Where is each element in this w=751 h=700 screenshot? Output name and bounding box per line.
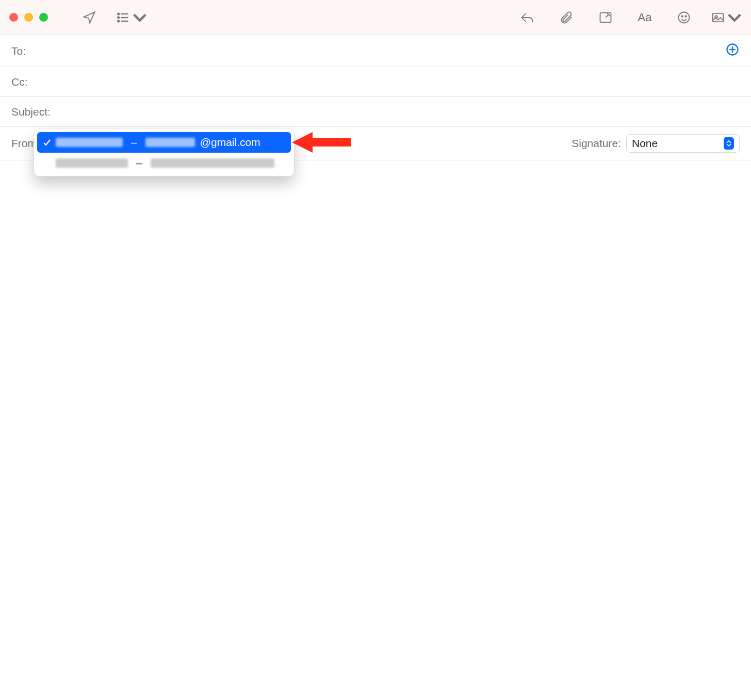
- close-window-button[interactable]: [9, 13, 18, 22]
- from-account-option-0[interactable]: – @gmail.com: [37, 132, 291, 153]
- signature-select[interactable]: None: [626, 134, 740, 153]
- attach-icon: [559, 10, 574, 25]
- photo-browser-button[interactable]: [711, 5, 742, 30]
- from-account-option-1[interactable]: –: [37, 153, 291, 173]
- redacted-email: [151, 158, 274, 168]
- message-headers: To: Cc: Subject: From: –: [0, 35, 751, 160]
- from-row: From: – @gmail.com –: [0, 127, 751, 160]
- separator: –: [131, 136, 137, 149]
- attach-button[interactable]: [554, 5, 579, 30]
- add-recipient-button[interactable]: [725, 42, 740, 59]
- svg-point-7: [679, 12, 690, 23]
- to-label: To:: [11, 45, 26, 57]
- subject-label: Subject:: [11, 106, 51, 118]
- format-icon: Aa: [638, 11, 652, 24]
- toolbar: Aa: [0, 0, 751, 35]
- markup-button[interactable]: [593, 5, 618, 30]
- svg-point-8: [681, 15, 682, 17]
- send-button[interactable]: [77, 5, 102, 30]
- subject-row[interactable]: Subject:: [0, 97, 751, 127]
- from-account-menu: – @gmail.com –: [34, 129, 294, 176]
- list-icon: [116, 10, 130, 25]
- markup-icon: [598, 10, 613, 25]
- to-row[interactable]: To:: [0, 35, 751, 67]
- redacted-email-prefix: [145, 138, 195, 147]
- signature-label: Signature:: [572, 137, 621, 150]
- format-button[interactable]: Aa: [632, 5, 657, 30]
- emoji-button[interactable]: [672, 5, 696, 30]
- email-suffix: @gmail.com: [200, 136, 260, 149]
- separator: –: [136, 157, 142, 169]
- signature-value: None: [632, 137, 658, 150]
- plus-circle-icon: [725, 42, 740, 57]
- svg-point-2: [118, 17, 119, 18]
- annotation-arrow: [292, 129, 354, 162]
- message-body[interactable]: [0, 160, 751, 700]
- chevron-down-icon: [133, 10, 147, 25]
- media-icon: [711, 10, 725, 25]
- reply-icon: [520, 10, 534, 25]
- reply-button[interactable]: [515, 5, 540, 30]
- redacted-name: [56, 138, 123, 147]
- redacted-name: [56, 158, 128, 168]
- check-icon: [42, 138, 52, 146]
- cc-label: Cc:: [11, 76, 28, 88]
- header-fields-button[interactable]: [116, 5, 147, 30]
- toolbar-left-group: [77, 5, 147, 30]
- traffic-lights: [9, 13, 48, 22]
- compose-window: Aa To: Cc: Subject: From: [0, 0, 751, 700]
- svg-marker-15: [292, 132, 351, 153]
- send-icon: [82, 10, 96, 25]
- stepper-icon: [724, 137, 734, 150]
- svg-point-9: [685, 15, 686, 17]
- cc-row[interactable]: Cc:: [0, 67, 751, 97]
- chevron-down-icon: [727, 10, 742, 25]
- svg-point-0: [118, 13, 119, 14]
- emoji-icon: [677, 10, 691, 25]
- minimize-window-button[interactable]: [24, 13, 33, 22]
- toolbar-right-group: Aa: [515, 5, 742, 30]
- svg-point-4: [118, 20, 119, 22]
- fullscreen-window-button[interactable]: [39, 13, 48, 22]
